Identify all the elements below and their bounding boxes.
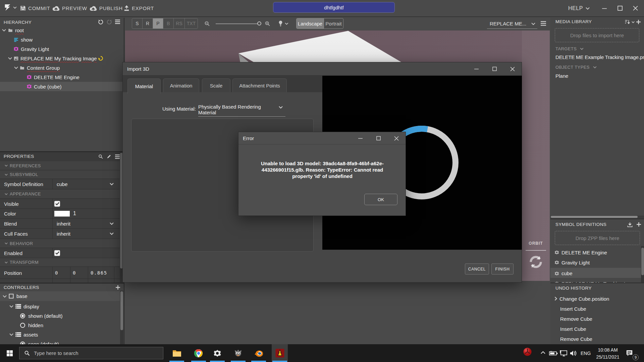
taskbar-blender[interactable]	[251, 344, 267, 362]
finish-button[interactable]: FINISH	[491, 263, 514, 275]
properties-edit-icon[interactable]	[107, 154, 111, 159]
start-button[interactable]	[2, 344, 18, 362]
taskbar-zapworks-active[interactable]	[272, 344, 288, 362]
visible-checkbox[interactable]	[54, 201, 60, 206]
cancel-button[interactable]: CANCEL	[465, 263, 489, 275]
tray-network-icon[interactable]	[560, 350, 568, 357]
zpp-drop-zone[interactable]: Drop ZPP files here	[555, 231, 640, 245]
hierarchy-node-engine[interactable]: DELETE ME Engine	[0, 72, 124, 82]
state-hidden[interactable]: hidden	[0, 320, 120, 330]
tray-volume-icon[interactable]	[570, 350, 577, 356]
taskbar-gimp[interactable]	[230, 344, 246, 362]
tab-material[interactable]: Material	[127, 78, 161, 94]
tray-red-orb-icon[interactable]	[523, 348, 532, 356]
section-appearance[interactable]: APPEARANCE	[0, 189, 120, 199]
media-hscrollbar[interactable]	[550, 216, 644, 218]
symbol-definition-select[interactable]: cube	[57, 181, 68, 187]
expand-chevron-icon[interactable]	[3, 295, 7, 298]
redo-icon[interactable]	[107, 19, 112, 24]
hierarchy-node-cube-selected[interactable]: Cube (cube)	[0, 82, 124, 91]
undo-item[interactable]: Insert Cube	[560, 304, 586, 313]
lighting-dropdown[interactable]	[278, 20, 288, 27]
dialog-minimize-button[interactable]	[351, 132, 369, 144]
mode-b-button[interactable]: B	[163, 18, 174, 28]
controller-assets[interactable]: assets	[0, 330, 120, 339]
controller-display[interactable]: display	[0, 302, 120, 311]
section-references[interactable]: REFERENCES	[0, 161, 120, 170]
section-transform[interactable]: TRANSFORM	[0, 258, 120, 267]
mode-txt-button[interactable]: TXT	[185, 18, 198, 28]
zoom-slider-track[interactable]	[216, 23, 258, 24]
hierarchy-menu-icon[interactable]	[115, 19, 120, 24]
dialog-maximize-button[interactable]	[485, 62, 503, 75]
dialog-close-button[interactable]	[503, 62, 522, 75]
symbol-import-icon[interactable]	[627, 222, 633, 227]
symbol-item-gravity-light[interactable]: Gravity Light	[554, 258, 590, 267]
object-type-item[interactable]: Plane	[555, 73, 568, 79]
enabled-checkbox[interactable]	[54, 250, 60, 256]
expand-chevron-icon[interactable]	[2, 29, 6, 32]
chevron-down-icon[interactable]	[110, 232, 114, 235]
error-dialog-titlebar[interactable]: Error	[238, 132, 406, 144]
radio-selected-icon[interactable]	[20, 342, 25, 345]
position-x-field[interactable]: 0	[55, 270, 58, 276]
portrait-button[interactable]: Portrait	[324, 18, 343, 28]
hierarchy-node-root[interactable]: root	[0, 25, 124, 35]
symbol-item-cube-selected[interactable]: cube	[550, 268, 641, 278]
viewport-menu-icon[interactable]	[541, 21, 546, 26]
target-file-item[interactable]: DELETE ME Example Tracking Image.png.zpt	[555, 54, 644, 60]
search-input[interactable]	[34, 350, 145, 356]
media-drop-zone[interactable]: Drop files to import here	[555, 28, 639, 42]
media-sort-icon[interactable]	[625, 19, 635, 25]
object-types-section-header[interactable]: OBJECT TYPES	[555, 65, 597, 70]
tab-animation[interactable]: Animation	[163, 78, 199, 92]
state-shown[interactable]: shown (default)	[0, 311, 120, 320]
tab-scale[interactable]: Scale	[202, 78, 230, 92]
project-title-field[interactable]: dhtfgdhtf	[273, 2, 395, 13]
undo-item[interactable]: Remove Cube	[560, 314, 592, 323]
mode-r-button[interactable]: R	[143, 18, 153, 28]
tray-show-hidden-icons[interactable]	[541, 351, 545, 354]
controllers-scrollbar[interactable]	[120, 291, 123, 344]
cull-faces-select[interactable]: inherit	[57, 231, 70, 237]
section-behavior[interactable]: BEHAVIOR	[0, 239, 120, 248]
help-menu[interactable]: HELP	[568, 0, 590, 16]
dialog-minimize-button[interactable]	[467, 62, 485, 75]
add-controller-icon[interactable]	[116, 285, 120, 290]
tray-notifications-icon[interactable]	[626, 350, 633, 357]
symbol-add-icon[interactable]	[637, 222, 641, 227]
app-logo-menu[interactable]	[4, 4, 17, 11]
radio-icon[interactable]	[20, 323, 25, 328]
hierarchy-node-gravity-light[interactable]: Gravity Light	[0, 44, 124, 54]
zoom-out-icon[interactable]	[204, 21, 210, 26]
expand-chevron-icon[interactable]	[14, 66, 18, 69]
preview-button[interactable]: PREVIEW	[52, 0, 87, 16]
chevron-down-icon[interactable]	[110, 183, 114, 185]
window-maximize-button[interactable]	[614, 0, 626, 16]
tray-language[interactable]: ENG	[581, 344, 591, 362]
properties-menu-icon[interactable]	[115, 155, 120, 159]
hierarchy-node-tracking-image[interactable]: REPLACE ME My Tracking Image	[0, 54, 124, 63]
symbols-scrollbar[interactable]	[641, 246, 644, 283]
tray-clock-date[interactable]: 25/11/2021	[594, 354, 621, 360]
position-y-field[interactable]: 0	[73, 270, 75, 276]
mode-rs-button[interactable]: RS	[174, 18, 185, 28]
symbol-item-engine[interactable]: DELETE ME Engine	[554, 248, 607, 257]
blend-select[interactable]: inherit	[57, 221, 70, 226]
export-button[interactable]: EXPORT	[124, 0, 154, 16]
color-alpha-value[interactable]: 1	[73, 210, 76, 217]
targets-section-header[interactable]: TARGETS	[555, 46, 584, 51]
position-z-field[interactable]: 0.865	[91, 270, 107, 276]
landscape-button[interactable]: Landscape	[297, 18, 324, 28]
undo-item[interactable]: Remove Cube	[560, 334, 592, 344]
expand-chevron-icon[interactable]	[9, 333, 13, 336]
media-add-icon[interactable]	[636, 20, 641, 24]
zoom-in-icon[interactable]	[265, 21, 270, 26]
mode-p-button[interactable]: P	[153, 18, 163, 28]
target-image-dropdown[interactable]: REPLACE ME...	[487, 19, 537, 29]
hierarchy-node-content-group[interactable]: Content Group	[0, 63, 124, 72]
ok-button[interactable]: OK	[364, 194, 397, 205]
commit-button[interactable]: COMMIT	[20, 0, 50, 16]
taskbar-settings[interactable]	[209, 344, 225, 362]
properties-search-icon[interactable]	[98, 154, 103, 159]
